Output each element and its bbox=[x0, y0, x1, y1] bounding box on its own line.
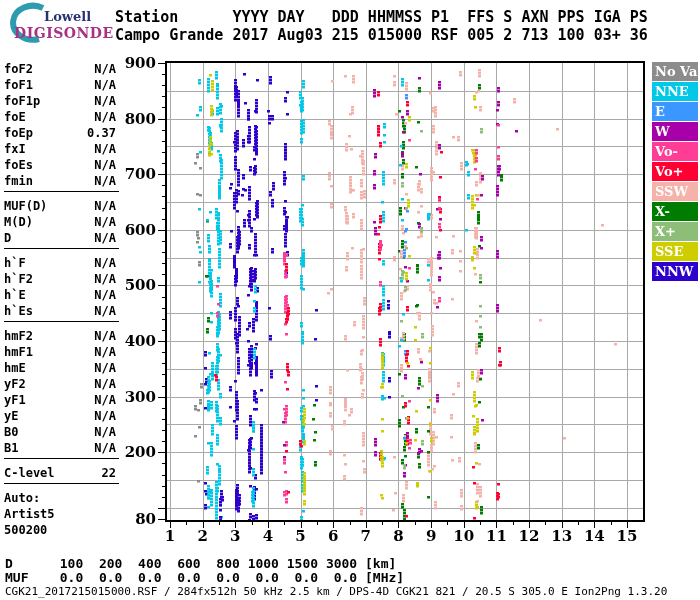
param-row-mufd: MUF(D)N/A bbox=[4, 199, 116, 213]
x-axis-label-6: 6 bbox=[317, 527, 349, 545]
file-info-line: CGK21_2017215015000.RSF / 284fx512h 50 k… bbox=[5, 585, 667, 598]
param-label: h`Es bbox=[4, 304, 33, 318]
x-axis-label-8: 8 bbox=[382, 527, 414, 545]
param-label: foE bbox=[4, 110, 26, 124]
param-label: fmin bbox=[4, 174, 33, 188]
param-value: N/A bbox=[94, 377, 116, 391]
y-axis-label-800: 800 bbox=[114, 110, 156, 128]
legend-item-xm: X- bbox=[652, 202, 698, 221]
param-row-hmf1: hmF1N/A bbox=[4, 345, 116, 359]
header-line-1: Station YYYY DAY DDD HHMMSS P1 FFS S AXN… bbox=[115, 8, 648, 26]
logo-lowell-text: Lowell bbox=[44, 9, 91, 24]
x-axis-label-15: 15 bbox=[611, 527, 643, 545]
param-label: h`F bbox=[4, 256, 26, 270]
param-label: foF1p bbox=[4, 94, 40, 108]
x-axis-label-3: 3 bbox=[219, 527, 251, 545]
param-value: 0.37 bbox=[87, 126, 116, 140]
param-row-foes: foEsN/A bbox=[4, 158, 116, 172]
param-divider bbox=[4, 483, 119, 484]
param-value: N/A bbox=[94, 361, 116, 375]
legend-item-vom: Vo- bbox=[652, 142, 698, 161]
param-value: N/A bbox=[94, 231, 116, 245]
auto-text: 500200 bbox=[4, 523, 47, 537]
param-label: D bbox=[4, 231, 11, 245]
param-divider bbox=[4, 191, 119, 192]
distance-row: D 100 200 400 600 800 1000 1500 3000 [km… bbox=[5, 556, 396, 571]
param-row-ye: yEN/A bbox=[4, 409, 116, 423]
param-label: foF2 bbox=[4, 62, 33, 76]
param-value: N/A bbox=[94, 304, 116, 318]
legend-item-vop: Vo+ bbox=[652, 162, 698, 181]
param-divider bbox=[4, 248, 119, 249]
param-row-fxi: fxIN/A bbox=[4, 142, 116, 156]
param-row-hmf2: hmF2N/A bbox=[4, 329, 116, 343]
x-axis-label-7: 7 bbox=[350, 527, 382, 545]
param-row-clevel: C-level22 bbox=[4, 466, 116, 480]
param-value: 22 bbox=[102, 466, 116, 480]
param-row-md: M(D)N/A bbox=[4, 215, 116, 229]
legend-item-noval: No Val bbox=[652, 62, 698, 81]
param-label: B1 bbox=[4, 441, 18, 455]
param-value: N/A bbox=[94, 110, 116, 124]
param-value: N/A bbox=[94, 158, 116, 172]
y-axis-label-600: 600 bbox=[114, 221, 156, 239]
param-label: h`E bbox=[4, 288, 26, 302]
x-axis-label-5: 5 bbox=[285, 527, 317, 545]
logo-digisonde-text: DIGISONDE bbox=[14, 25, 114, 41]
param-label: B0 bbox=[4, 425, 18, 439]
auto-line: Artist5 bbox=[4, 507, 116, 521]
param-value: N/A bbox=[94, 393, 116, 407]
param-value: N/A bbox=[94, 94, 116, 108]
x-axis-label-14: 14 bbox=[578, 527, 610, 545]
param-label: C-level bbox=[4, 466, 55, 480]
y-axis-label-200: 200 bbox=[114, 443, 156, 461]
x-axis-label-12: 12 bbox=[513, 527, 545, 545]
auto-line: 500200 bbox=[4, 523, 116, 537]
param-label: fxI bbox=[4, 142, 26, 156]
param-row-hf: h`FN/A bbox=[4, 256, 116, 270]
param-label: yF2 bbox=[4, 377, 26, 391]
param-value: N/A bbox=[94, 199, 116, 213]
param-label: foF1 bbox=[4, 78, 33, 92]
param-label: yF1 bbox=[4, 393, 26, 407]
param-value: N/A bbox=[94, 441, 116, 455]
legend-item-xp: X+ bbox=[652, 222, 698, 241]
param-label: hmE bbox=[4, 361, 26, 375]
param-row-hf2: h`F2N/A bbox=[4, 272, 116, 286]
param-row-foep: foEp0.37 bbox=[4, 126, 116, 140]
auto-text: Artist5 bbox=[4, 507, 55, 521]
auto-text: Auto: bbox=[4, 491, 40, 505]
param-label: M(D) bbox=[4, 215, 33, 229]
y-axis-label-300: 300 bbox=[114, 388, 156, 406]
param-row-b0: B0N/A bbox=[4, 425, 116, 439]
param-row-fmin: fminN/A bbox=[4, 174, 116, 188]
auto-line: Auto: bbox=[4, 491, 116, 505]
x-axis-label-11: 11 bbox=[480, 527, 512, 545]
param-row-yf1: yF1N/A bbox=[4, 393, 116, 407]
legend-item-w: W bbox=[652, 122, 698, 141]
param-row-fof1p: foF1pN/A bbox=[4, 94, 116, 108]
param-label: hmF1 bbox=[4, 345, 33, 359]
legend-item-nnw: NNW bbox=[652, 262, 698, 281]
param-label: MUF(D) bbox=[4, 199, 47, 213]
param-value: N/A bbox=[94, 409, 116, 423]
param-row-foe: foEN/A bbox=[4, 110, 116, 124]
param-divider bbox=[4, 458, 119, 459]
param-label: h`F2 bbox=[4, 272, 33, 286]
y-axis-label-400: 400 bbox=[114, 332, 156, 350]
param-divider bbox=[4, 321, 119, 322]
param-label: yE bbox=[4, 409, 18, 423]
param-label: foEp bbox=[4, 126, 33, 140]
param-label: hmF2 bbox=[4, 329, 33, 343]
param-value: N/A bbox=[94, 272, 116, 286]
param-value: N/A bbox=[94, 174, 116, 188]
muf-row: MUF 0.0 0.0 0.0 0.0 0.0 0.0 0.0 0.0 [MHz… bbox=[5, 570, 404, 585]
legend-item-ssw: SSW bbox=[652, 182, 698, 201]
param-value: N/A bbox=[94, 215, 116, 229]
param-value: N/A bbox=[94, 288, 116, 302]
param-row-hes: h`EsN/A bbox=[4, 304, 116, 318]
legend-item-nne: NNE bbox=[652, 82, 698, 101]
y-axis-label-80: 80 bbox=[114, 510, 156, 528]
param-row-hme: hmEN/A bbox=[4, 361, 116, 375]
param-row-fof1: foF1N/A bbox=[4, 78, 116, 92]
